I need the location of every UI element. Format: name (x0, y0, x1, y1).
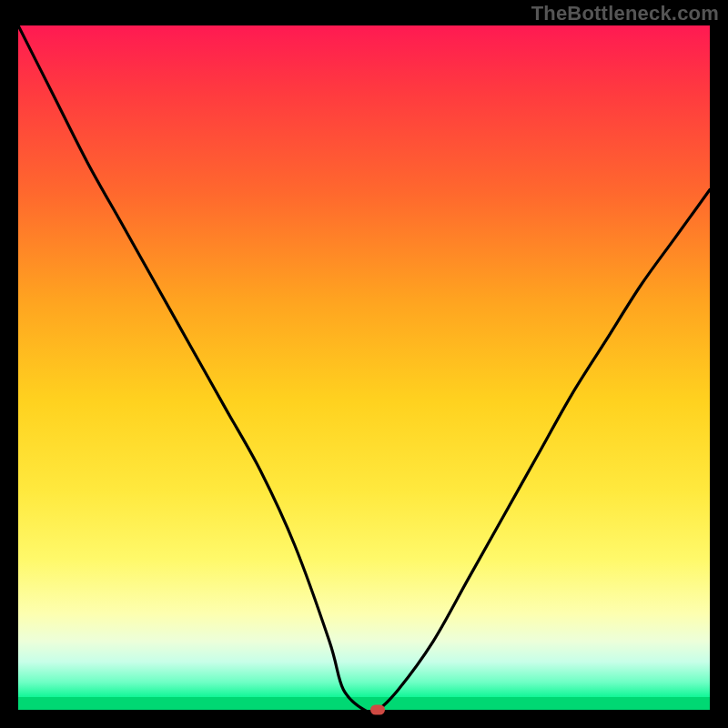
current-config-marker (370, 705, 385, 715)
chart-frame: TheBottleneck.com (0, 0, 728, 728)
bottleneck-curve (18, 25, 710, 710)
plot-area (18, 25, 710, 710)
watermark-text: TheBottleneck.com (531, 2, 719, 25)
